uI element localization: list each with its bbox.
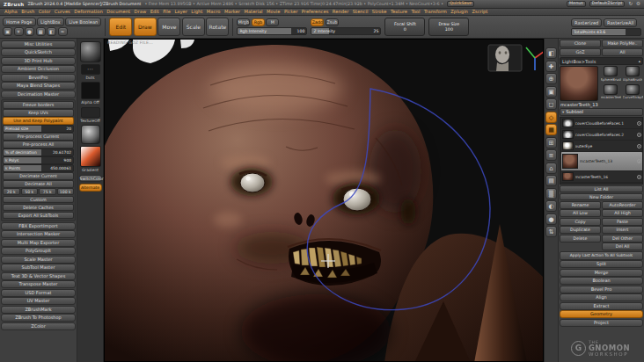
material-sphere-icon[interactable]: ● (25, 27, 34, 36)
zplugin-subpalette[interactable]: ZBrush To Photoshop (1, 314, 76, 322)
menu-item[interactable]: Document (106, 10, 130, 14)
menu-item[interactable]: Movie (267, 10, 280, 14)
alternate-color-button[interactable]: Alternate (79, 184, 102, 192)
tool-subpalette[interactable]: Project (560, 319, 643, 327)
menus-button[interactable]: Menus (567, 1, 586, 8)
tool-subpalette[interactable]: Split (560, 260, 643, 268)
recent-tool[interactable]: CurveStrapSnap (622, 84, 643, 102)
quicksave-button[interactable]: QuickSave (447, 1, 474, 8)
new-folder-button[interactable]: New Folder (560, 193, 643, 201)
decimation-preset-button[interactable]: 100 k (57, 188, 75, 195)
visibility-eye-icon[interactable] (637, 133, 641, 137)
local-symmetry-icon[interactable]: ≡ (545, 149, 557, 161)
focal-shift-slider[interactable]: Focal Shift 0 (384, 18, 425, 36)
decimation-extra-button[interactable]: Delete Caches (3, 204, 74, 212)
zplugin-subpalette[interactable]: Misc Utilities (1, 40, 76, 48)
switch-color-button[interactable]: SwitchColor (79, 175, 102, 183)
sculpt-mode-button[interactable]: Zadd (311, 18, 324, 26)
gear-icon[interactable]: ⚙ (636, 2, 640, 7)
rasterize-button[interactable]: RasterizeAll (604, 18, 638, 27)
zoom-canvas-icon[interactable]: ⊕ (545, 73, 557, 84)
subtool-item[interactable]: coverCloudBeforeFaces.1 (561, 118, 642, 129)
color-picker[interactable] (80, 146, 101, 167)
subtool-header[interactable]: ▾ Subtool (560, 108, 643, 116)
subtool-action-button[interactable]: Rename (560, 201, 601, 209)
zplugin-subpalette[interactable]: BevelPro (1, 74, 76, 82)
draw-size-slider[interactable]: Draw Size 100 (428, 18, 469, 36)
recent-tool[interactable]: mcasterTeeth (600, 84, 621, 102)
lightbox-tools-bar[interactable]: LightBox>Tools ▴ (560, 57, 643, 65)
zplugin-subpalette[interactable]: ZColor (1, 322, 76, 330)
decimation-toggle[interactable]: Use and Keep Polypaint (3, 117, 74, 125)
recent-tool[interactable]: SphereBrush (600, 66, 621, 83)
subtool-action-button[interactable]: Del All (602, 243, 643, 250)
subtool-action-button[interactable]: Insert (602, 226, 643, 234)
visibility-eye-icon[interactable] (637, 159, 641, 163)
mode-button[interactable]: Edit (109, 18, 132, 36)
zplugin-subpalette[interactable]: Transpose Master (1, 280, 76, 288)
subtool-item[interactable]: coverCloudBeforeFaces.2 (561, 129, 642, 141)
subtool-item[interactable]: mcasterTeeth_16 (561, 171, 642, 183)
menu-item[interactable]: Stencil (353, 10, 369, 14)
tool-subpalette[interactable]: Bevel Pro (560, 286, 643, 293)
current-stroke-thumbnail[interactable]: ⋯ (81, 64, 100, 75)
apply-last-action-button[interactable]: Apply Last Action To All Subtools (560, 251, 643, 260)
decimation-slider[interactable]: k Points 450.00061 (3, 164, 74, 172)
decimation-extra-button[interactable]: Export All SubTools (3, 212, 74, 220)
aa-half-icon[interactable]: ◻ (545, 98, 557, 110)
menu-item[interactable]: Color (39, 10, 51, 14)
zplugin-subpalette[interactable]: Multi Map Exporter (1, 239, 76, 247)
mode-button[interactable]: Scale (182, 18, 205, 36)
menu-item[interactable]: Brush (21, 10, 34, 14)
subtool-action-button[interactable]: All Low (560, 209, 601, 217)
zplugin-subpalette[interactable]: Text 3D & Vector Shapes (1, 272, 76, 280)
menu-item[interactable]: Curves (55, 10, 70, 14)
visibility-eye-icon[interactable] (637, 121, 641, 126)
paint-mode-button[interactable]: Mrgb (237, 18, 250, 26)
decimation-toggle[interactable]: Freeze borders (3, 101, 74, 109)
custom-preset-button[interactable]: Custom (3, 196, 74, 204)
frame-mesh-icon[interactable]: ⌂ (545, 163, 557, 174)
zplugin-subpalette[interactable]: FBX ExportImport (1, 222, 76, 230)
menu-item[interactable]: Transform (424, 10, 447, 14)
menu-item[interactable]: File (163, 10, 171, 14)
xpose-icon[interactable]: ⇅ (545, 226, 557, 237)
menu-item[interactable]: Picker (284, 10, 297, 14)
zplugin-subpalette[interactable]: 3D Print Hub (1, 57, 76, 65)
decimation-toggle[interactable]: Keep UVs (3, 109, 74, 117)
decimation-slider[interactable]: k Polys 900 (3, 156, 74, 164)
lightbox-button[interactable]: LightBox (37, 18, 64, 26)
menu-item[interactable]: Texture (391, 10, 407, 14)
menu-item[interactable]: Marker (224, 10, 240, 14)
tool-top-button[interactable]: GoZ (560, 48, 601, 56)
tool-subpalette[interactable]: Merge (560, 269, 643, 277)
menu-item[interactable]: Zscript (472, 10, 487, 14)
home-page-button[interactable]: Home Page (3, 18, 36, 26)
mode-button[interactable]: Rotate (206, 18, 229, 36)
default-zscript-button[interactable]: DefaultZScript (589, 1, 626, 8)
tool-subpalette[interactable]: Boolean (560, 277, 643, 285)
menu-item[interactable]: Material (244, 10, 262, 14)
scroll-canvas-icon[interactable]: ✚ (545, 61, 557, 72)
menu-item[interactable]: Draw (135, 10, 147, 14)
tool-subpalette[interactable]: Geometry (560, 310, 643, 318)
current-texture-thumbnail[interactable] (81, 107, 100, 118)
subtool-action-button[interactable]: Copy (560, 218, 601, 226)
z-intensity-slider[interactable]: Z Intensity 25 (311, 27, 381, 35)
decimation-preset-button[interactable]: 20 k (3, 188, 20, 195)
list-all-button[interactable]: List All (560, 185, 643, 193)
decimate-button[interactable]: Decimate All (3, 180, 74, 188)
mode-button[interactable]: Move (157, 18, 180, 36)
refresh-icon[interactable]: ↻ (628, 2, 633, 7)
tool-top-button[interactable]: Make PolyMe.. (602, 40, 643, 47)
local-transform-icon[interactable]: ⊞ (545, 137, 557, 148)
zplugin-subpalette[interactable]: USD Format (1, 289, 76, 297)
paint-mode-button[interactable]: Rgb (252, 18, 265, 26)
tool-top-button[interactable]: All (602, 48, 643, 56)
zplugin-subpalette[interactable]: Ambient Occlusion (1, 65, 76, 73)
floor-grid-icon[interactable]: ▦ (545, 124, 557, 135)
current-brush-thumbnail[interactable] (80, 41, 101, 62)
menu-item[interactable]: Layer (174, 10, 187, 14)
tool-top-button[interactable]: Clone (560, 40, 601, 47)
menu-item[interactable]: Light (191, 10, 202, 14)
